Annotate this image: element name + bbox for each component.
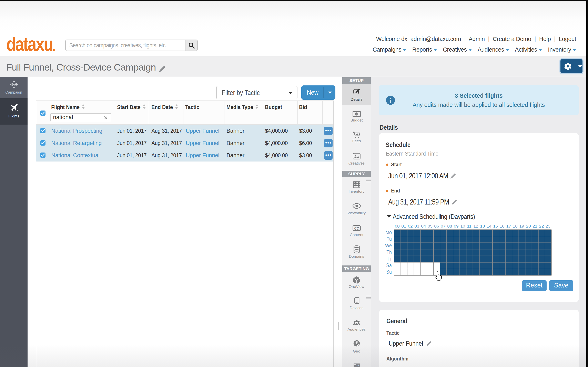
svg-text:CC: CC: [354, 227, 359, 230]
svg-text:A: A: [357, 364, 359, 367]
